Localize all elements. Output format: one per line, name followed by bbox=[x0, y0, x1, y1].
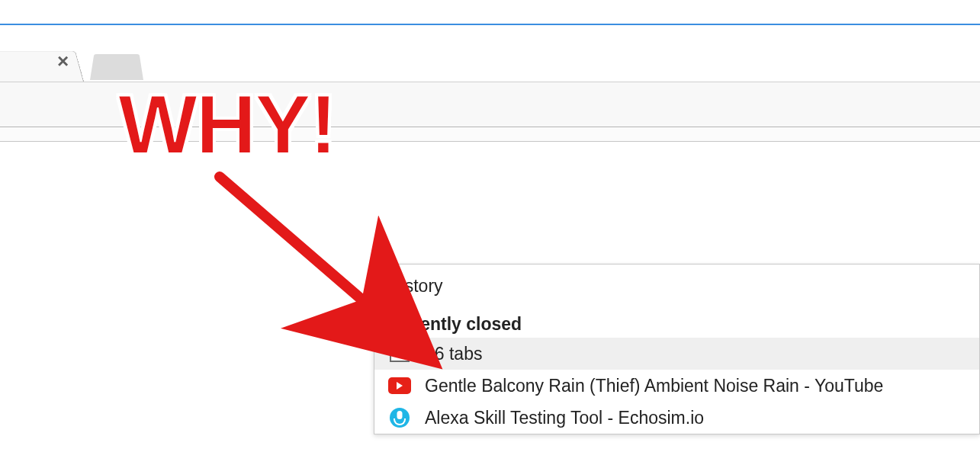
menu-item-label: 36 tabs bbox=[425, 344, 969, 364]
menu-item-label: Alexa Skill Testing Tool - Echosim.io bbox=[425, 408, 969, 428]
menu-item-label: History bbox=[388, 276, 969, 297]
annotation-why: WHY! bbox=[118, 82, 336, 166]
new-tab-button[interactable] bbox=[90, 54, 143, 80]
menu-item-closed-tab-youtube[interactable]: Gentle Balcony Rain (Thief) Ambient Nois… bbox=[374, 370, 979, 402]
youtube-icon bbox=[388, 376, 411, 396]
menu-item-closed-tab-echosim[interactable]: Alexa Skill Testing Tool - Echosim.io bbox=[374, 402, 979, 434]
menu-item-history[interactable]: History bbox=[374, 264, 979, 307]
window-top-border bbox=[0, 24, 980, 25]
window-icon bbox=[388, 344, 411, 364]
menu-section-recently-closed: Recently closed bbox=[374, 307, 979, 338]
menu-item-label: Gentle Balcony Rain (Thief) Ambient Nois… bbox=[425, 376, 969, 396]
menu-item-closed-window[interactable]: 36 tabs bbox=[374, 338, 979, 370]
echosim-icon bbox=[388, 408, 411, 428]
close-tab-icon[interactable]: × bbox=[57, 51, 69, 71]
history-dropdown-menu: History Recently closed 36 tabs Gentle B… bbox=[374, 264, 980, 434]
menu-section-label: Recently closed bbox=[388, 314, 969, 335]
active-tab[interactable] bbox=[0, 51, 84, 82]
